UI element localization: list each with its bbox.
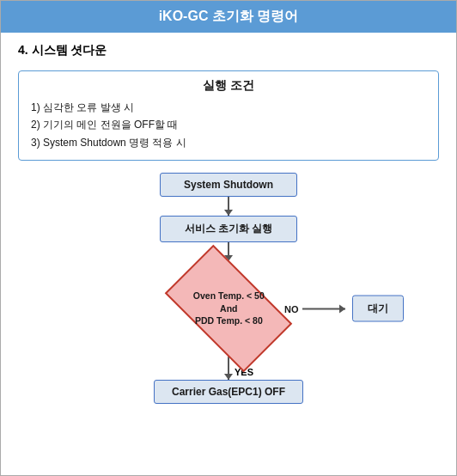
arrow-1 xyxy=(228,197,229,216)
page-wrapper: iKO-GC 초기화 명령어 4. 시스템 셧다운 실행 조건 1) 심각한 오… xyxy=(0,0,457,476)
condition-item-2: 2) 기기의 메인 전원을 OFF할 때 xyxy=(31,116,426,133)
no-arrow-line xyxy=(302,308,345,309)
init-box: 서비스 초기화 실행 xyxy=(160,216,297,242)
section-title: 4. 시스템 셧다운 xyxy=(18,43,439,58)
carrier-gas-box: Carrier Gas(EPC1) OFF xyxy=(154,380,303,404)
header-title: iKO-GC 초기화 명령어 xyxy=(159,9,299,23)
page-header: iKO-GC 초기화 명령어 xyxy=(1,1,456,33)
no-branch: NO 대기 xyxy=(284,296,404,322)
flowchart: System Shutdown 서비스 초기화 실행 Oven Temp. < … xyxy=(18,173,439,404)
conditions-title: 실행 조건 xyxy=(31,78,426,94)
shutdown-box: System Shutdown xyxy=(160,173,297,197)
yes-section: YES xyxy=(160,356,297,380)
no-label: NO xyxy=(284,303,299,314)
conditions-box: 실행 조건 1) 심각한 오류 발생 시 2) 기기의 메인 전원을 OFF할 … xyxy=(18,70,439,161)
main-content: 4. 시스템 셧다운 실행 조건 1) 심각한 오류 발생 시 2) 기기의 메… xyxy=(1,33,456,475)
condition-item-3: 3) System Shutdown 명령 적용 시 xyxy=(31,134,426,151)
condition-item-1: 1) 심각한 오류 발생 시 xyxy=(31,99,426,116)
diamond-text: Oven Temp. < 50 And PDD Temp. < 80 xyxy=(193,290,265,327)
conditions-list: 1) 심각한 오류 발생 시 2) 기기의 메인 전원을 OFF할 때 3) S… xyxy=(31,99,426,151)
wait-box: 대기 xyxy=(352,296,404,322)
condition-diamond: Oven Temp. < 50 And PDD Temp. < 80 xyxy=(165,245,292,372)
